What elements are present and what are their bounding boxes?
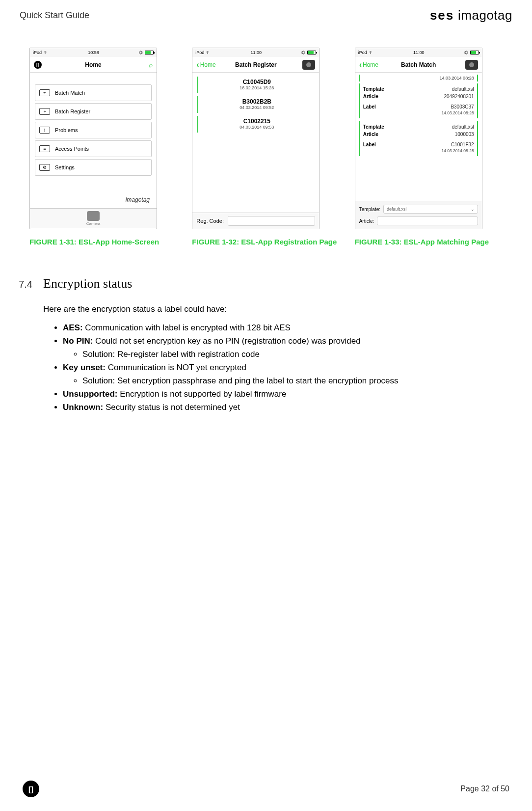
wifi-icon: ᯤ bbox=[369, 50, 373, 55]
register-code: C10045D9 bbox=[203, 79, 310, 85]
chevron-left-icon: ‹ bbox=[359, 60, 362, 69]
label-value: C1001F32 bbox=[451, 141, 474, 148]
status-key: AES: bbox=[63, 323, 83, 332]
encryption-status-list: AES: Communication with label is encrypt… bbox=[43, 323, 503, 413]
batch-match-icon: ⚭ bbox=[39, 89, 50, 96]
register-date: 04.03.2014 09:53 bbox=[203, 125, 310, 130]
register-code: C1002215 bbox=[203, 118, 310, 125]
status-key: Unknown: bbox=[63, 403, 103, 412]
orientation-lock-icon: ⏣ bbox=[301, 50, 305, 55]
menu-access-points[interactable]: ≡ Access Points bbox=[35, 140, 152, 157]
template-selected: default.xsl bbox=[387, 207, 407, 212]
problems-icon: ! bbox=[39, 127, 50, 134]
status-key: Unsupported: bbox=[63, 389, 117, 399]
section-body: Here are the encryption status a label c… bbox=[19, 304, 503, 414]
phone-mock-register: iPod ᯤ 11:00 ⏣ ‹ Home Batch Register bbox=[192, 48, 319, 229]
menu-label: Access Points bbox=[55, 146, 89, 152]
device-label: iPod bbox=[33, 50, 42, 55]
camera-icon[interactable] bbox=[302, 60, 315, 70]
device-label: iPod bbox=[195, 50, 204, 55]
device-label: iPod bbox=[358, 50, 367, 55]
access-points-icon: ≡ bbox=[39, 145, 50, 152]
footer-logo-icon: [] bbox=[23, 781, 39, 797]
status-desc: Security status is not determined yet bbox=[103, 403, 240, 412]
match-card[interactable]: Templatedefault.xsl Article1000003 Label… bbox=[359, 121, 478, 156]
status-bar: iPod ᯤ 11:00 ⏣ bbox=[192, 48, 319, 57]
match-footer: Template: default.xsl ⌄ Article: bbox=[355, 201, 482, 229]
status-desc: Encryption is not supported by label fir… bbox=[117, 389, 286, 399]
nav-bar: ‹ Home Batch Match bbox=[355, 57, 482, 73]
chevron-down-icon: ⌄ bbox=[471, 207, 475, 212]
nav-title: Home bbox=[61, 61, 125, 68]
chevron-left-icon: ‹ bbox=[196, 60, 199, 69]
status-key: Key unset: bbox=[63, 363, 106, 372]
sub-list: Solution: Set encryption passphrase and … bbox=[63, 376, 503, 387]
register-item[interactable]: B3002B2B 04.03.2014 09:52 bbox=[197, 96, 314, 113]
template-key: Template bbox=[363, 123, 384, 131]
orientation-lock-icon: ⏣ bbox=[464, 50, 468, 55]
battery-icon bbox=[470, 51, 479, 54]
camera-icon[interactable] bbox=[465, 60, 478, 70]
match-list-timestamp: 14.03.2014 08:28 bbox=[359, 75, 478, 81]
template-dropdown[interactable]: default.xsl ⌄ bbox=[383, 205, 478, 214]
article-value: 20492408201 bbox=[444, 93, 474, 100]
brand-ses: ses bbox=[430, 8, 454, 23]
camera-tab[interactable]: Camera bbox=[30, 208, 157, 228]
label-value: B3003C37 bbox=[451, 103, 474, 110]
menu-batch-match[interactable]: ⚭ Batch Match bbox=[35, 84, 152, 101]
clock: 11:00 bbox=[251, 50, 262, 55]
label-key: Label bbox=[363, 103, 376, 110]
article-input[interactable] bbox=[377, 216, 478, 225]
match-timestamp: 14.03.2014 08:28 bbox=[363, 110, 474, 115]
footer-article-label: Article: bbox=[359, 218, 374, 224]
sub-list: Solution: Re-register label with registr… bbox=[63, 349, 503, 360]
section-title: Encryption status bbox=[43, 276, 132, 291]
status-desc: Could not set encryption key as no PIN (… bbox=[93, 336, 360, 346]
search-icon[interactable]: ⌕ bbox=[149, 61, 153, 69]
article-key: Article bbox=[363, 131, 378, 138]
sub-item: Solution: Re-register label with registr… bbox=[82, 349, 503, 360]
register-item[interactable]: C1002215 04.03.2014 09:53 bbox=[197, 116, 314, 133]
back-button[interactable]: ‹ Home bbox=[359, 60, 387, 69]
nav-title: Batch Match bbox=[387, 61, 451, 68]
status-desc: Communication is NOT yet encrypted bbox=[106, 363, 246, 372]
back-label: Home bbox=[200, 61, 216, 68]
menu-label: Batch Register bbox=[55, 108, 90, 114]
battery-icon bbox=[307, 51, 316, 54]
page-header: Quick Start Guide ses imagotag bbox=[0, 0, 532, 23]
phone-mock-home: iPod ᯤ 10:58 ⏣ [] Home ⌕ ⚭ Batch Match bbox=[29, 48, 157, 229]
page-number: Page 32 of 50 bbox=[460, 784, 509, 793]
sub-item: Solution: Set encryption passphrase and … bbox=[82, 376, 503, 387]
menu-problems[interactable]: ! Problems bbox=[35, 122, 152, 138]
article-key: Article bbox=[363, 93, 378, 100]
menu-settings[interactable]: ⚙ Settings bbox=[35, 159, 152, 176]
camera-icon bbox=[87, 211, 100, 221]
back-button[interactable]: ‹ Home bbox=[196, 60, 224, 69]
watermark: imagotag bbox=[30, 191, 157, 208]
register-footer: Reg. Code: bbox=[192, 213, 319, 229]
section-content: 7.4 Encryption status Here are the encry… bbox=[0, 247, 532, 414]
orientation-lock-icon: ⏣ bbox=[139, 50, 143, 55]
reg-code-input[interactable] bbox=[228, 216, 315, 226]
figure-3-caption: FIGURE 1-33: ESL-App Matching Page bbox=[355, 237, 489, 247]
figures-row: iPod ᯤ 10:58 ⏣ [] Home ⌕ ⚭ Batch Match bbox=[0, 23, 532, 247]
status-key: No PIN: bbox=[63, 336, 93, 346]
reg-code-label: Reg. Code: bbox=[196, 218, 224, 224]
match-list: 14.03.2014 08:28 Templatedefault.xsl Art… bbox=[355, 73, 482, 201]
list-item: Key unset: Communication is NOT yet encr… bbox=[63, 362, 503, 387]
match-timestamp: 14.03.2014 08:28 bbox=[363, 148, 474, 153]
match-card[interactable]: Templatedefault.xsl Article20492408201 L… bbox=[359, 83, 478, 118]
battery-icon bbox=[145, 51, 154, 54]
menu-batch-register[interactable]: ＋ Batch Register bbox=[35, 103, 152, 120]
footer-template-label: Template: bbox=[359, 207, 380, 212]
list-item: No PIN: Could not set encryption key as … bbox=[63, 336, 503, 360]
brand-imagotag: imagotag bbox=[458, 8, 512, 23]
register-item[interactable]: C10045D9 16.02.2014 15:28 bbox=[197, 77, 314, 93]
menu-label: Problems bbox=[55, 127, 78, 133]
phone-mock-match: iPod ᯤ 11:00 ⏣ ‹ Home Batch Match bbox=[355, 48, 482, 229]
nav-bar: [] Home ⌕ bbox=[30, 57, 157, 73]
camera-label: Camera bbox=[86, 221, 100, 226]
template-value: default.xsl bbox=[452, 123, 474, 131]
wifi-icon: ᯤ bbox=[206, 50, 211, 55]
figure-2-caption: FIGURE 1-32: ESL-App Registration Page bbox=[192, 237, 337, 247]
